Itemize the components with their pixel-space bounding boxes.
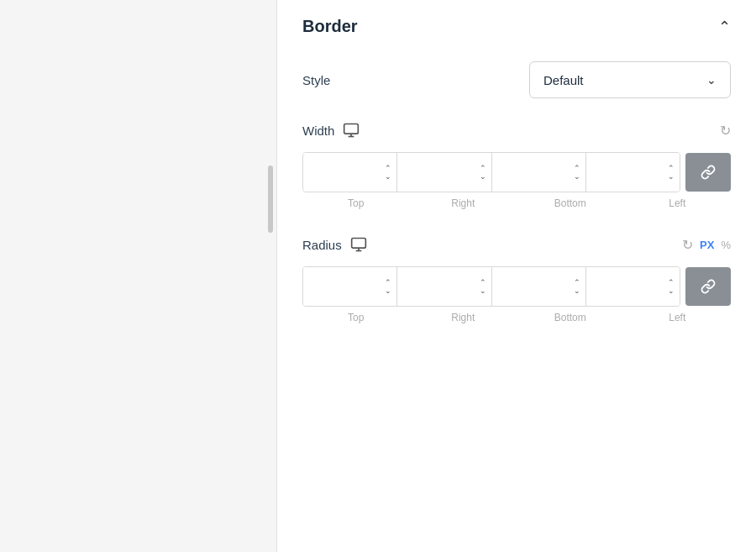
radius-bottom-spinner[interactable]: ⌃ ⌄ bbox=[574, 279, 580, 295]
width-right-label: Right bbox=[410, 197, 517, 209]
width-spinners-container: ⌃ ⌄ ⌃ ⌄ ⌃ ⌄ bbox=[302, 152, 731, 209]
radius-left-up-arrow[interactable]: ⌃ bbox=[668, 279, 675, 287]
style-dropdown[interactable]: Default ⌄ bbox=[529, 61, 731, 98]
radius-left-label: Left bbox=[624, 312, 732, 323]
width-top-label: Top bbox=[302, 197, 410, 209]
radius-bottom-label: Bottom bbox=[517, 312, 624, 323]
radius-top-cell: ⌃ ⌄ bbox=[303, 267, 397, 306]
radius-left-cell: ⌃ ⌄ bbox=[586, 267, 680, 306]
width-right-spinner[interactable]: ⌃ ⌄ bbox=[480, 165, 486, 181]
sidebar-panel bbox=[0, 0, 277, 552]
radius-top-label: Top bbox=[302, 312, 410, 323]
style-row: Style Default ⌄ bbox=[302, 61, 731, 98]
width-top-cell: ⌃ ⌄ bbox=[303, 153, 397, 192]
radius-bottom-down-arrow[interactable]: ⌄ bbox=[574, 287, 580, 295]
radius-bottom-cell: ⌃ ⌄ bbox=[492, 267, 586, 306]
width-right-down-arrow[interactable]: ⌄ bbox=[480, 173, 486, 181]
width-section: Width ↻ ⌃ ⌄ bbox=[302, 122, 731, 209]
radius-right-cell: ⌃ ⌄ bbox=[397, 267, 491, 306]
scrollbar[interactable] bbox=[268, 166, 273, 233]
width-left-spinner[interactable]: ⌃ ⌄ bbox=[668, 165, 675, 181]
width-top-up-arrow[interactable]: ⌃ bbox=[385, 165, 391, 172]
style-label: Style bbox=[302, 73, 330, 87]
width-label: Width bbox=[302, 124, 334, 138]
svg-rect-0 bbox=[344, 124, 359, 134]
width-bottom-up-arrow[interactable]: ⌃ bbox=[574, 165, 580, 172]
radius-header: Radius ↻ PX % bbox=[302, 236, 731, 253]
width-top-spinner[interactable]: ⌃ ⌄ bbox=[385, 165, 391, 181]
radius-reset-icon[interactable]: ↻ bbox=[682, 237, 693, 253]
width-inputs: ⌃ ⌄ ⌃ ⌄ ⌃ ⌄ bbox=[302, 152, 680, 192]
width-link-button[interactable] bbox=[685, 153, 731, 192]
width-left-down-arrow[interactable]: ⌄ bbox=[668, 173, 675, 181]
radius-top-down-arrow[interactable]: ⌄ bbox=[385, 287, 391, 295]
radius-right-spinner[interactable]: ⌃ ⌄ bbox=[480, 279, 486, 295]
radius-bottom-up-arrow[interactable]: ⌃ bbox=[574, 279, 580, 287]
width-top-down-arrow[interactable]: ⌄ bbox=[385, 173, 391, 181]
radius-link-button[interactable] bbox=[685, 267, 731, 306]
main-panel: Border ⌃ Style Default ⌄ Width ↻ bbox=[277, 0, 756, 552]
width-header: Width ↻ bbox=[302, 122, 731, 139]
width-left-up-arrow[interactable]: ⌃ bbox=[668, 165, 675, 172]
monitor-icon bbox=[343, 122, 360, 139]
width-left-label: Left bbox=[624, 197, 732, 209]
radius-inputs: ⌃ ⌄ ⌃ ⌄ ⌃ ⌄ bbox=[302, 266, 680, 307]
width-right-up-arrow[interactable]: ⌃ bbox=[480, 165, 486, 172]
border-section-header: Border ⌃ bbox=[302, 17, 731, 36]
width-bottom-down-arrow[interactable]: ⌄ bbox=[574, 173, 580, 181]
radius-left-spinner[interactable]: ⌃ ⌄ bbox=[668, 279, 675, 295]
width-bottom-spinner[interactable]: ⌃ ⌄ bbox=[574, 165, 580, 181]
radius-monitor-icon bbox=[350, 236, 367, 253]
width-reset-icon[interactable]: ↻ bbox=[720, 123, 731, 139]
width-right-cell: ⌃ ⌄ bbox=[397, 153, 491, 192]
unit-percent-button[interactable]: % bbox=[721, 239, 731, 251]
collapse-icon[interactable]: ⌃ bbox=[718, 18, 731, 36]
width-spinners-row: ⌃ ⌄ ⌃ ⌄ ⌃ ⌄ bbox=[302, 152, 731, 192]
radius-left-down-arrow[interactable]: ⌄ bbox=[668, 287, 675, 295]
width-labels: Top Right Bottom Left bbox=[302, 197, 731, 209]
radius-right-up-arrow[interactable]: ⌃ bbox=[480, 279, 486, 287]
radius-right-down-arrow[interactable]: ⌄ bbox=[480, 287, 486, 295]
radius-section: Radius ↻ PX % bbox=[302, 236, 731, 323]
style-value: Default bbox=[543, 73, 584, 87]
dropdown-chevron-icon: ⌄ bbox=[706, 73, 717, 87]
width-header-left: Width bbox=[302, 122, 360, 139]
radius-right-label: Right bbox=[410, 312, 517, 323]
width-left-cell: ⌃ ⌄ bbox=[586, 153, 680, 192]
radius-spinners-container: ⌃ ⌄ ⌃ ⌄ ⌃ ⌄ bbox=[302, 266, 731, 323]
radius-top-up-arrow[interactable]: ⌃ bbox=[385, 279, 391, 287]
radius-labels: Top Right Bottom Left bbox=[302, 312, 731, 323]
width-bottom-label: Bottom bbox=[517, 197, 624, 209]
svg-rect-3 bbox=[351, 239, 365, 249]
width-bottom-cell: ⌃ ⌄ bbox=[492, 153, 586, 192]
radius-spinners-row: ⌃ ⌄ ⌃ ⌄ ⌃ ⌄ bbox=[302, 266, 731, 307]
radius-top-spinner[interactable]: ⌃ ⌄ bbox=[385, 279, 391, 295]
border-title: Border bbox=[302, 17, 358, 36]
radius-unit-selector: ↻ PX % bbox=[682, 237, 731, 253]
radius-label: Radius bbox=[302, 238, 342, 252]
radius-header-left: Radius bbox=[302, 236, 367, 253]
unit-px-button[interactable]: PX bbox=[700, 239, 714, 251]
